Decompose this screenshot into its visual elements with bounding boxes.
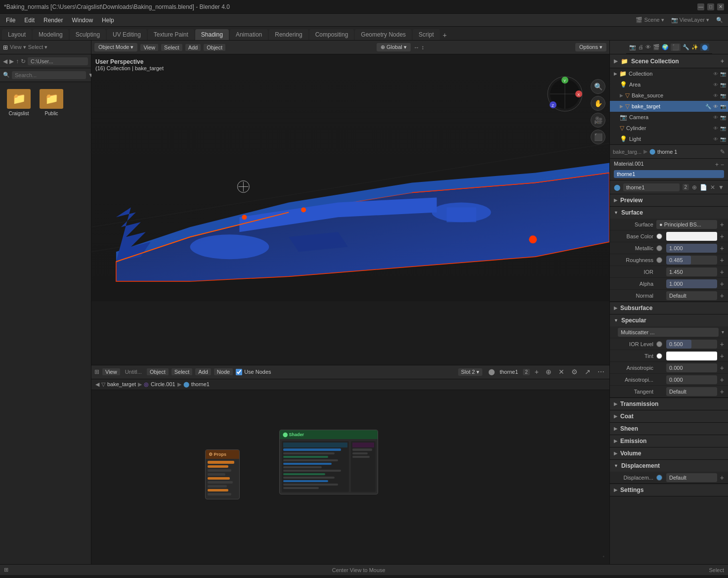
- ior-level-plus[interactable]: +: [720, 340, 724, 348]
- slot-selector[interactable]: Slot 2 ▾: [458, 368, 482, 376]
- metallic-plus[interactable]: +: [720, 244, 724, 252]
- maximize-button[interactable]: □: [707, 3, 714, 10]
- view-toggle[interactable]: ⊞: [3, 44, 8, 51]
- section-sheen-header[interactable]: ▶ Sheen: [610, 423, 728, 435]
- minimize-button[interactable]: —: [697, 3, 704, 10]
- settings-material-btn[interactable]: ⚙: [569, 367, 580, 377]
- modifier-icon[interactable]: 🔧: [683, 44, 689, 50]
- node-shader[interactable]: ⬤ Shader: [279, 430, 378, 494]
- menu-render[interactable]: Render: [40, 16, 67, 25]
- roughness-value[interactable]: 0.485: [666, 256, 717, 265]
- tree-vis-cylinder[interactable]: 👁: [713, 126, 718, 131]
- node-view-btn[interactable]: View: [102, 368, 120, 375]
- search-input[interactable]: [12, 71, 86, 79]
- viewport-select[interactable]: Select: [161, 44, 182, 51]
- alpha-value[interactable]: 1.000: [666, 279, 717, 288]
- refresh-button[interactable]: ↻: [21, 58, 26, 65]
- scene-icon[interactable]: 🎬: [653, 44, 660, 50]
- breadcrumb-thorne[interactable]: thorne1: [191, 381, 210, 387]
- tab-sculpting[interactable]: Sculpting: [70, 29, 106, 40]
- surface-type-value[interactable]: ● Principled BS...: [656, 220, 717, 229]
- view-type[interactable]: View ▾: [10, 44, 26, 50]
- section-transmission-header[interactable]: ▶ Transmission: [610, 398, 728, 410]
- tree-item-camera[interactable]: 📷 Camera 👁 📷: [610, 112, 728, 123]
- section-emission-header[interactable]: ▶ Emission: [610, 435, 728, 447]
- surface-plus[interactable]: +: [720, 221, 724, 228]
- material-icon-active[interactable]: ⬤: [700, 44, 709, 51]
- render-icon[interactable]: 📷: [629, 44, 636, 50]
- breadcrumb-back[interactable]: ◀: [95, 381, 99, 388]
- rotation-gizmo[interactable]: X Y Z: [545, 74, 585, 114]
- tree-vis-light[interactable]: 👁: [713, 136, 718, 142]
- use-nodes-toggle[interactable]: Use Nodes: [236, 369, 271, 375]
- anisotropic2-value[interactable]: 0.000: [666, 375, 717, 384]
- tab-modeling[interactable]: Modeling: [33, 29, 69, 40]
- anisotropic2-plus[interactable]: +: [720, 376, 724, 384]
- particles-icon[interactable]: ✨: [691, 44, 698, 50]
- section-settings-header[interactable]: ▶ Settings: [610, 484, 728, 496]
- displacement-plus[interactable]: +: [720, 474, 724, 482]
- transform-global[interactable]: ⊕ Global ▾: [377, 43, 411, 51]
- menu-file[interactable]: File: [2, 16, 19, 25]
- props-more-btn[interactable]: ✎: [720, 148, 725, 155]
- metallic-value[interactable]: 1.000: [666, 244, 717, 253]
- node-options-btn[interactable]: ⋯: [596, 367, 606, 377]
- section-volume-header[interactable]: ▶ Volume: [610, 447, 728, 459]
- section-displacement-header[interactable]: ▼ Displacement: [610, 460, 728, 472]
- viewport-content[interactable]: User Perspective (16) Collection | bake_…: [91, 54, 609, 365]
- tab-compositing[interactable]: Compositing: [309, 29, 354, 40]
- tab-rendering[interactable]: Rendering: [269, 29, 308, 40]
- breadcrumb-bake-target[interactable]: bake_target: [107, 381, 136, 387]
- new-material-btn[interactable]: +: [533, 367, 541, 377]
- object-icon[interactable]: ⬛: [671, 44, 681, 51]
- tree-restrict-area[interactable]: 📷: [720, 82, 726, 88]
- world-icon[interactable]: 🌍: [662, 44, 669, 50]
- view-icon[interactable]: 👁: [645, 44, 651, 50]
- add-workspace-button[interactable]: +: [441, 30, 449, 40]
- normal-value[interactable]: Default: [666, 291, 717, 300]
- tab-texture-paint[interactable]: Texture Paint: [148, 29, 194, 40]
- expand-btn[interactable]: ↗: [583, 367, 593, 377]
- tree-restrict-light[interactable]: 📷: [720, 136, 726, 142]
- tint-swatch[interactable]: [666, 352, 717, 360]
- node-node-btn[interactable]: Node: [214, 368, 233, 375]
- tangent-plus[interactable]: +: [720, 388, 724, 396]
- back-button[interactable]: ◀: [3, 58, 7, 65]
- specular-type-dropdown[interactable]: Multiscatter ...: [618, 328, 719, 337]
- ior-level-value[interactable]: 0.500: [666, 340, 717, 349]
- mat-new-btn[interactable]: 📄: [700, 184, 707, 191]
- parent-button[interactable]: ↑: [16, 58, 19, 65]
- breadcrumb-props-thorne[interactable]: thorne 1: [657, 149, 677, 155]
- tab-script[interactable]: Script: [413, 29, 440, 40]
- viewport-view[interactable]: View: [140, 44, 158, 51]
- tab-geometry-nodes[interactable]: Geometry Nodes: [355, 29, 412, 40]
- tint-plus[interactable]: +: [720, 352, 724, 360]
- viewport-add[interactable]: Add: [185, 44, 201, 51]
- mode-selector[interactable]: Object Mode ▾: [94, 43, 137, 51]
- add-mat-btn[interactable]: +: [715, 161, 719, 168]
- node-select-btn[interactable]: Select: [171, 368, 193, 375]
- forward-button[interactable]: ▶: [9, 58, 14, 65]
- copy-material-btn[interactable]: ⊕: [544, 367, 554, 377]
- section-surface-header[interactable]: ▼ Surface: [610, 207, 728, 219]
- tree-item-area[interactable]: 💡 Area 👁 📷: [610, 79, 728, 90]
- tree-item-bake-source[interactable]: ▶ ▽ Bake_source 👁 📷: [610, 90, 728, 101]
- node-properties[interactable]: ⚙ Props: [205, 449, 240, 499]
- tab-animation[interactable]: Animation: [230, 29, 268, 40]
- base-color-plus[interactable]: +: [720, 232, 724, 240]
- folder-craigslist[interactable]: 📁 Craigslist: [5, 87, 33, 118]
- tree-vis-bake-source[interactable]: 👁: [713, 93, 718, 98]
- tab-shading[interactable]: Shading: [195, 29, 229, 40]
- mat-copy-btn[interactable]: ⊕: [692, 184, 697, 191]
- tree-item-bake-target[interactable]: ▶ ▽ bake_target 🔧 👁 📷: [610, 101, 728, 112]
- tree-restrict-bake-source[interactable]: 📷: [720, 93, 726, 98]
- mat-name-display[interactable]: thorne1: [623, 183, 680, 191]
- remove-material-btn[interactable]: ✕: [557, 367, 566, 377]
- render-preview-button[interactable]: ⬛: [591, 130, 605, 144]
- tree-vis-area[interactable]: 👁: [713, 82, 718, 88]
- normal-plus[interactable]: +: [720, 292, 724, 300]
- section-coat-header[interactable]: ▶ Coat: [610, 410, 728, 422]
- collection-expand-icon[interactable]: ▶: [614, 58, 618, 64]
- tab-layout[interactable]: Layout: [2, 29, 32, 40]
- section-specular-header[interactable]: ▼ Specular: [610, 314, 728, 326]
